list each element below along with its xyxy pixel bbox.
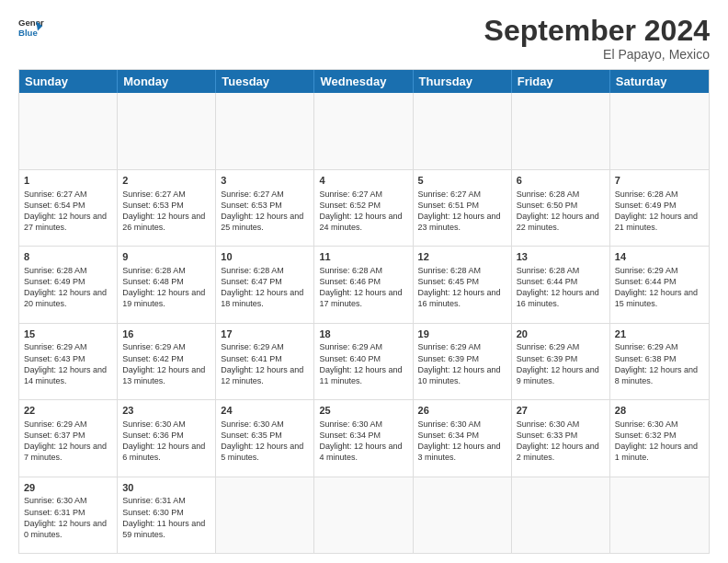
- cal-cell: 10Sunrise: 6:28 AMSunset: 6:47 PMDayligh…: [216, 247, 314, 322]
- day-info: Sunrise: 6:29 AM: [24, 341, 112, 352]
- day-info: Sunrise: 6:30 AM: [418, 419, 506, 430]
- day-info: Daylight: 12 hours and 10 minutes.: [418, 364, 506, 386]
- day-number: 5: [418, 174, 506, 188]
- cal-cell: 12Sunrise: 6:28 AMSunset: 6:45 PMDayligh…: [414, 247, 512, 322]
- day-info: Sunrise: 6:28 AM: [319, 265, 407, 276]
- cal-cell: 29Sunrise: 6:30 AMSunset: 6:31 PMDayligh…: [19, 477, 118, 553]
- day-info: Sunrise: 6:29 AM: [221, 341, 309, 352]
- day-info: Daylight: 12 hours and 23 minutes.: [418, 211, 506, 233]
- day-number: 10: [221, 250, 309, 264]
- calendar-header: SundayMondayTuesdayWednesdayThursdayFrid…: [19, 70, 709, 93]
- day-info: Sunrise: 6:28 AM: [122, 265, 210, 276]
- day-number: 11: [319, 250, 407, 264]
- location: El Papayo, Mexico: [484, 47, 710, 62]
- day-info: Daylight: 12 hours and 26 minutes.: [122, 211, 210, 233]
- day-info: Daylight: 11 hours and 59 minutes.: [122, 518, 210, 540]
- day-info: Daylight: 12 hours and 19 minutes.: [122, 287, 210, 309]
- day-info: Sunrise: 6:29 AM: [615, 341, 704, 352]
- day-number: 21: [615, 327, 704, 341]
- cal-cell: 23Sunrise: 6:30 AMSunset: 6:36 PMDayligh…: [118, 400, 216, 476]
- day-number: 19: [418, 327, 506, 341]
- day-info: Sunrise: 6:29 AM: [615, 265, 704, 276]
- day-number: 8: [24, 250, 112, 264]
- day-info: Sunset: 6:50 PM: [517, 200, 605, 211]
- cal-cell: 6Sunrise: 6:28 AMSunset: 6:50 PMDaylight…: [512, 170, 610, 246]
- day-info: Sunset: 6:44 PM: [517, 276, 605, 287]
- header: General Blue September 2024 El Papayo, M…: [18, 15, 710, 62]
- day-info: Daylight: 12 hours and 21 minutes.: [615, 211, 704, 233]
- day-info: Sunset: 6:44 PM: [615, 276, 704, 287]
- svg-text:Blue: Blue: [18, 28, 38, 38]
- cal-cell: 25Sunrise: 6:30 AMSunset: 6:34 PMDayligh…: [314, 400, 413, 476]
- day-info: Sunset: 6:49 PM: [615, 200, 704, 211]
- day-info: Sunrise: 6:28 AM: [517, 189, 605, 200]
- day-info: Sunset: 6:33 PM: [517, 430, 605, 441]
- week-row-1: 1Sunrise: 6:27 AMSunset: 6:54 PMDaylight…: [19, 170, 709, 247]
- cal-cell: 13Sunrise: 6:28 AMSunset: 6:44 PMDayligh…: [512, 247, 610, 322]
- day-info: Sunset: 6:54 PM: [24, 200, 112, 211]
- day-number: 20: [517, 327, 605, 341]
- day-info: Sunrise: 6:27 AM: [319, 189, 407, 200]
- day-number: 12: [418, 250, 506, 264]
- day-info: Sunset: 6:51 PM: [418, 200, 506, 211]
- day-info: Sunset: 6:38 PM: [615, 353, 704, 364]
- day-info: Sunset: 6:47 PM: [221, 276, 309, 287]
- cal-cell: [512, 93, 610, 168]
- cal-cell: 18Sunrise: 6:29 AMSunset: 6:40 PMDayligh…: [314, 324, 413, 399]
- day-info: Daylight: 12 hours and 24 minutes.: [319, 211, 407, 233]
- day-info: Sunrise: 6:29 AM: [319, 341, 407, 352]
- header-day-wednesday: Wednesday: [314, 70, 413, 93]
- week-row-0: [19, 93, 709, 169]
- day-info: Daylight: 12 hours and 7 minutes.: [24, 441, 112, 463]
- day-number: 14: [615, 250, 704, 264]
- cal-cell: [314, 477, 413, 553]
- day-info: Daylight: 12 hours and 13 minutes.: [122, 364, 210, 386]
- day-info: Sunset: 6:45 PM: [418, 276, 506, 287]
- day-info: Sunset: 6:48 PM: [122, 276, 210, 287]
- day-info: Sunrise: 6:30 AM: [517, 419, 605, 430]
- day-info: Sunset: 6:31 PM: [24, 507, 112, 518]
- cal-cell: 20Sunrise: 6:29 AMSunset: 6:39 PMDayligh…: [512, 324, 610, 399]
- week-row-2: 8Sunrise: 6:28 AMSunset: 6:49 PMDaylight…: [19, 247, 709, 323]
- header-day-thursday: Thursday: [414, 70, 512, 93]
- cal-cell: 26Sunrise: 6:30 AMSunset: 6:34 PMDayligh…: [414, 400, 512, 476]
- day-info: Sunset: 6:34 PM: [319, 430, 407, 441]
- day-number: 3: [221, 174, 309, 188]
- day-number: 4: [319, 174, 407, 188]
- cal-cell: [216, 93, 314, 168]
- day-info: Daylight: 12 hours and 2 minutes.: [517, 441, 605, 463]
- day-info: Sunrise: 6:29 AM: [24, 419, 112, 430]
- cal-cell: 7Sunrise: 6:28 AMSunset: 6:49 PMDaylight…: [610, 170, 709, 246]
- day-info: Sunrise: 6:27 AM: [24, 189, 112, 200]
- cal-cell: [216, 477, 314, 553]
- day-number: 29: [24, 481, 112, 495]
- day-info: Sunrise: 6:29 AM: [418, 341, 506, 352]
- cal-cell: 17Sunrise: 6:29 AMSunset: 6:41 PMDayligh…: [216, 324, 314, 399]
- day-number: 16: [122, 327, 210, 341]
- header-day-tuesday: Tuesday: [216, 70, 314, 93]
- day-number: 25: [319, 404, 407, 418]
- day-number: 18: [319, 327, 407, 341]
- day-number: 7: [615, 174, 704, 188]
- day-info: Sunrise: 6:28 AM: [615, 189, 704, 200]
- day-info: Daylight: 12 hours and 11 minutes.: [319, 364, 407, 386]
- day-number: 27: [517, 404, 605, 418]
- day-number: 1: [24, 174, 112, 188]
- day-info: Sunset: 6:42 PM: [122, 353, 210, 364]
- day-info: Sunrise: 6:28 AM: [221, 265, 309, 276]
- cal-cell: 16Sunrise: 6:29 AMSunset: 6:42 PMDayligh…: [118, 324, 216, 399]
- day-info: Sunrise: 6:31 AM: [122, 495, 210, 506]
- header-day-saturday: Saturday: [610, 70, 709, 93]
- logo-icon: General Blue: [18, 15, 44, 40]
- day-info: Daylight: 12 hours and 18 minutes.: [221, 287, 309, 309]
- day-number: 28: [615, 404, 704, 418]
- cal-cell: 19Sunrise: 6:29 AMSunset: 6:39 PMDayligh…: [414, 324, 512, 399]
- day-info: Daylight: 12 hours and 16 minutes.: [418, 287, 506, 309]
- cal-cell: 22Sunrise: 6:29 AMSunset: 6:37 PMDayligh…: [19, 400, 118, 476]
- cal-cell: 15Sunrise: 6:29 AMSunset: 6:43 PMDayligh…: [19, 324, 118, 399]
- day-info: Sunset: 6:30 PM: [122, 507, 210, 518]
- day-info: Sunset: 6:49 PM: [24, 276, 112, 287]
- calendar: SundayMondayTuesdayWednesdayThursdayFrid…: [18, 69, 710, 554]
- page: General Blue September 2024 El Papayo, M…: [0, 0, 728, 563]
- day-info: Daylight: 12 hours and 12 minutes.: [221, 364, 309, 386]
